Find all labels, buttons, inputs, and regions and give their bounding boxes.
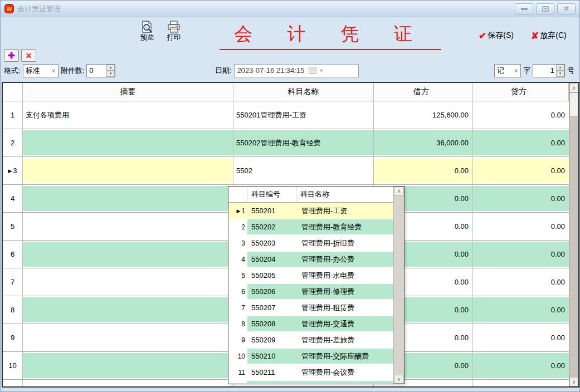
table-row: 1支付各项费用550201管理费用-工资125,600.000.00	[3, 101, 569, 129]
account-option-row[interactable]: 2550202管理费用-教育经费	[228, 219, 393, 235]
row-number-cell[interactable]: 10	[3, 352, 23, 379]
discard-label: 放弃(C)	[540, 31, 566, 41]
save-check-icon: ✔	[479, 31, 486, 41]
credit-cell[interactable]: 0.00	[473, 213, 569, 240]
row-number-cell[interactable]: 7	[3, 268, 23, 296]
print-label: 打印	[162, 33, 186, 42]
account-option-row[interactable]: ▶1550201管理费用-工资	[228, 203, 393, 219]
summary-cell[interactable]	[23, 324, 233, 351]
credit-cell[interactable]: 0.00	[473, 101, 569, 129]
summary-cell[interactable]	[23, 213, 233, 240]
voucher-type-select[interactable]: 记 ∨	[494, 64, 521, 77]
plus-icon: ✚	[8, 51, 15, 61]
row-number-cell[interactable]: 5	[3, 213, 23, 240]
debit-cell[interactable]: 0.00	[374, 157, 473, 184]
credit-cell[interactable]: 0.00	[473, 324, 569, 351]
credit-cell[interactable]: 0.00	[473, 268, 569, 296]
spin-down-icon[interactable]: ▼	[106, 71, 115, 77]
credit-cell[interactable]: 0.00	[473, 185, 569, 212]
account-cell[interactable]: 550201管理费用-工资	[233, 101, 374, 129]
account-name-cell: 管理费用-水电费	[296, 267, 393, 283]
date-field[interactable]: 2023-07-16 21:34:15 ▼	[234, 64, 359, 77]
account-option-row[interactable]: 4550204管理费用-办公费	[228, 251, 393, 267]
popup-row-number: 3	[228, 235, 247, 251]
popup-scrollbar[interactable]: ∧ ∨	[393, 187, 404, 384]
print-button[interactable]: 打印	[162, 20, 186, 42]
save-button[interactable]: ✔ 保存(S)	[479, 31, 514, 41]
discard-button[interactable]: ✘ 放弃(C)	[531, 31, 567, 41]
save-label: 保存(S)	[488, 31, 514, 41]
account-option-row[interactable]: 7550207管理费用-租赁费	[228, 300, 393, 316]
attachments-value: 0	[89, 66, 93, 75]
spin-up-icon[interactable]: ▲	[556, 65, 564, 71]
row-number-cell[interactable]: 8	[3, 296, 23, 324]
credit-cell[interactable]: 0.00	[473, 352, 569, 379]
account-option-row[interactable]: 6550206管理费用-修理费	[228, 283, 393, 300]
account-code-cell: 550208	[247, 316, 296, 332]
app-icon: W	[4, 4, 14, 13]
spin-up-icon[interactable]: ▲	[106, 65, 115, 71]
summary-cell[interactable]	[23, 129, 233, 156]
account-name-cell: 管理费用-教育经费	[296, 219, 393, 235]
header-rownum	[3, 83, 23, 101]
preview-button[interactable]: 预览	[135, 20, 159, 42]
summary-cell[interactable]: 支付各项费用	[23, 101, 233, 129]
row-number-cell[interactable]: ▶3	[3, 157, 23, 184]
account-option-row[interactable]: 5550205管理费用-水电费	[228, 267, 393, 283]
attachments-stepper[interactable]: 0 ▲ ▼	[86, 64, 115, 77]
debit-cell[interactable]: 125,600.00	[374, 101, 473, 129]
popup-row-number: 11	[228, 364, 247, 380]
popup-partial-row	[228, 380, 393, 384]
preview-label: 预览	[135, 33, 159, 42]
close-button[interactable]: ✕	[557, 3, 576, 14]
format-select[interactable]: 标准 ∨	[23, 64, 59, 77]
delete-row-button[interactable]: ✕	[21, 49, 36, 62]
popup-row-number: 4	[228, 251, 247, 267]
scroll-down-icon[interactable]: ∨	[569, 377, 578, 386]
summary-cell[interactable]	[23, 268, 233, 296]
credit-cell[interactable]: 0.00	[473, 129, 569, 156]
account-option-row[interactable]: 11550211管理费用-会议费	[228, 364, 393, 380]
hao-label: 号	[567, 66, 574, 76]
scroll-thumb[interactable]	[569, 92, 578, 117]
account-cell[interactable]: 5502	[233, 157, 374, 184]
account-option-row[interactable]: 10550210管理费用-交际应酬费	[228, 348, 393, 364]
date-label: 日期:	[215, 66, 232, 76]
spin-down-icon[interactable]: ▼	[556, 71, 564, 77]
restore-icon	[542, 6, 549, 12]
row-number-cell[interactable]: 1	[3, 101, 23, 129]
account-option-row[interactable]: 3550203管理费用-折旧费	[228, 235, 393, 251]
summary-cell[interactable]	[23, 352, 233, 379]
voucher-no-stepper[interactable]: 1 ▲ ▼	[533, 64, 565, 77]
row-number-cell[interactable]: 2	[3, 129, 23, 156]
popup-row-number: 7	[228, 300, 247, 316]
credit-cell[interactable]: 0.00	[473, 157, 569, 184]
account-name-cell: 管理费用-办公费	[296, 251, 393, 267]
scroll-up-icon[interactable]: ∧	[394, 187, 404, 195]
grid-scrollbar[interactable]: ∧ ∨	[569, 83, 578, 386]
summary-cell[interactable]	[23, 296, 233, 324]
account-option-row[interactable]: 8550208管理费用-交通费	[228, 316, 393, 332]
close-icon: ✕	[563, 5, 569, 12]
row-number-cell[interactable]: 4	[3, 185, 23, 212]
header-account: 科目名称	[233, 83, 374, 101]
add-row-button[interactable]: ✚	[4, 49, 19, 62]
row-number-cell[interactable]: 9	[3, 324, 23, 351]
summary-cell[interactable]	[23, 241, 233, 268]
account-option-row[interactable]: 9550209管理费用-差旅费	[228, 332, 393, 348]
scroll-up-icon[interactable]: ∧	[569, 83, 578, 92]
debit-cell[interactable]: 36,000.00	[374, 129, 473, 156]
summary-cell[interactable]	[23, 157, 233, 184]
credit-cell[interactable]: 0.00	[473, 296, 569, 324]
popup-row-number: 9	[228, 332, 247, 348]
minimize-button[interactable]	[515, 3, 533, 14]
row-number-cell[interactable]: 6	[3, 241, 23, 268]
scroll-down-icon[interactable]: ∨	[394, 375, 404, 384]
restore-button[interactable]	[536, 3, 554, 14]
grid-header: 摘要 科目名称 借方 贷方	[3, 83, 569, 101]
account-cell[interactable]: 550202管理费用-教育经费	[233, 129, 374, 156]
credit-cell[interactable]: 0.00	[473, 241, 569, 268]
summary-cell[interactable]	[23, 185, 233, 212]
popup-header: 科目编号 科目名称	[228, 187, 393, 203]
account-code-cell: 550210	[247, 348, 296, 364]
